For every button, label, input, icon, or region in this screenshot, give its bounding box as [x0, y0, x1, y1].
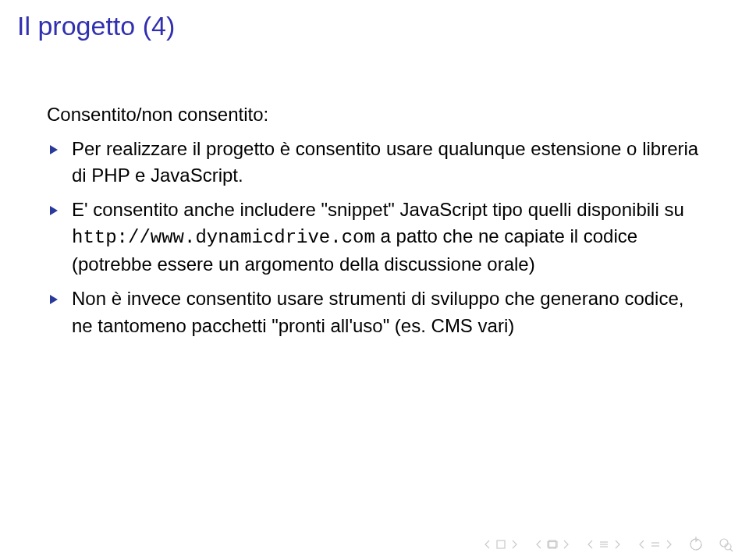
nav-next-slide-icon[interactable] — [509, 539, 520, 550]
nav-prev-slide-icon[interactable] — [482, 539, 493, 550]
nav-slide-box-icon[interactable] — [495, 539, 506, 550]
triangle-bullet-icon — [50, 145, 58, 154]
nav-subsection-prev-next — [637, 539, 674, 550]
list-item: Non è invece consentito usare strumenti … — [47, 285, 702, 338]
nav-section-prev-next — [585, 539, 623, 550]
item-text-pre: E' consentito anche includere "snippet" … — [72, 199, 684, 220]
item-text: Per realizzare il progetto è consentito … — [72, 138, 698, 186]
slide-body: Consentito/non consentito: Per realizzar… — [47, 101, 702, 347]
nav-prev-frame-icon[interactable] — [534, 539, 545, 550]
nav-frame-box-icon[interactable] — [547, 539, 558, 550]
nav-frame-prev-next — [534, 539, 571, 550]
list-item: Per realizzare il progetto è consentito … — [47, 136, 702, 189]
nav-back-forward-icon[interactable] — [688, 537, 704, 552]
nav-next-frame-icon[interactable] — [560, 539, 571, 550]
nav-section-lines-icon[interactable] — [598, 539, 609, 550]
nav-next-section-icon[interactable] — [612, 539, 623, 550]
beamer-nav-bar — [482, 537, 733, 552]
slide: Il progetto (4) Consentito/non consentit… — [0, 0, 749, 560]
svg-line-10 — [730, 549, 733, 552]
intro-text: Consentito/non consentito: — [47, 101, 702, 128]
nav-prev-subsection-icon[interactable] — [637, 539, 648, 550]
list-item: E' consentito anche includere "snippet" … — [47, 197, 702, 278]
nav-slide-prev-next — [482, 539, 520, 550]
svg-point-8 — [720, 539, 728, 547]
nav-search-icon[interactable] — [718, 537, 733, 552]
slide-title: Il progetto (4) — [17, 11, 175, 41]
triangle-bullet-icon — [50, 295, 58, 304]
bullet-list: Per realizzare il progetto è consentito … — [47, 136, 702, 339]
nav-next-subsection-icon[interactable] — [663, 539, 674, 550]
svg-rect-0 — [497, 541, 505, 548]
item-text-url: http://www.dynamicdrive.com — [72, 227, 375, 248]
triangle-bullet-icon — [50, 206, 58, 215]
item-text: Non è invece consentito usare strumenti … — [72, 288, 683, 335]
nav-subsection-lines-icon[interactable] — [650, 539, 661, 550]
nav-prev-section-icon[interactable] — [585, 539, 596, 550]
